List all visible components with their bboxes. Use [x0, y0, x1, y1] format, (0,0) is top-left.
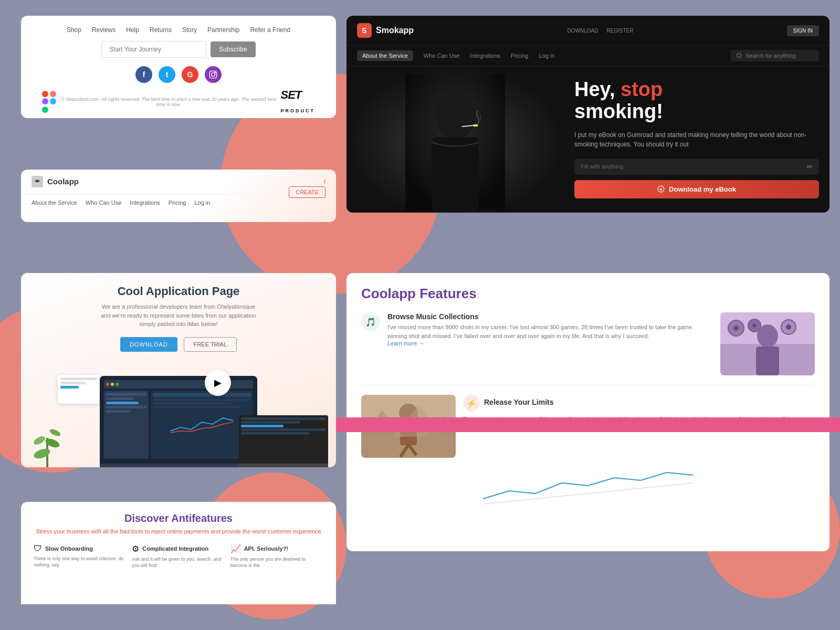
- monitor-screen: [100, 376, 257, 468]
- google-icon[interactable]: G: [182, 66, 198, 83]
- svg-point-30: [752, 323, 757, 328]
- antifeatures-title: Discover Antifeatures: [34, 512, 323, 524]
- antifeature-desc-3: The only person you are destined to beco…: [230, 556, 323, 569]
- svg-point-1: [212, 73, 215, 77]
- smokapp-headline: Hey, stopsmoking!: [574, 79, 819, 123]
- coolapp-nav-about[interactable]: About the Service: [32, 200, 77, 206]
- smokapp-logo-icon: S: [357, 23, 372, 38]
- coolapp-features-card: Coolapp Features 🎵 Browse Music Collecti…: [346, 273, 830, 551]
- smokapp-headline-red: stop: [621, 78, 663, 100]
- app-mockup: ▶: [21, 359, 336, 468]
- nav-links: Shop Reviews Help Returns Story Partners…: [37, 26, 320, 34]
- smokapp-search: [731, 50, 819, 61]
- smokapp-description: I put my eBook on Gumroad and started ma…: [574, 130, 819, 149]
- laptop-illustration: [239, 415, 328, 468]
- smokapp-content: Hey, stopsmoking! I put my eBook on Gumr…: [346, 66, 830, 213]
- feature-music-learn-more[interactable]: Learn more →: [387, 340, 713, 346]
- copyright-text: © Setproduct.com. All rights reserved. T…: [57, 97, 281, 107]
- smokapp-download-link[interactable]: DOWNLOAD: [567, 28, 598, 34]
- nav-refer[interactable]: Refer a Friend: [250, 26, 290, 34]
- svg-rect-26: [756, 346, 779, 375]
- nav-reviews[interactable]: Reviews: [92, 26, 116, 34]
- coolapp-nav-login[interactable]: Log in: [194, 200, 210, 206]
- smokapp-fill-label: Fill with anything: [581, 163, 623, 170]
- coolapp-logo-icon: ✏: [32, 176, 43, 187]
- antifeatures-list: 🛡 Slow Onboarding There is only one way …: [34, 544, 323, 569]
- feature-music-content: Browse Music Collections I've missed mor…: [387, 312, 713, 346]
- svg-line-4: [740, 57, 741, 58]
- bottom-chart: [361, 467, 815, 511]
- ui-grid: Shop Reviews Help Returns Story Partners…: [0, 0, 840, 630]
- twitter-icon[interactable]: t: [159, 66, 175, 83]
- smokapp-nav-pricing[interactable]: Pricing: [511, 52, 529, 59]
- social-icons: f t G: [37, 66, 320, 83]
- coolapp-logo: ✏ Coolapp: [32, 176, 79, 187]
- smokapp-hero-image: [346, 66, 564, 213]
- instagram-icon[interactable]: [205, 66, 222, 83]
- chart-icon: 📈: [230, 544, 241, 554]
- svg-rect-9: [474, 124, 478, 127]
- plant-illustration: [32, 412, 58, 468]
- svg-rect-7: [432, 137, 479, 211]
- floating-card-1: [58, 375, 100, 404]
- coolapp-create-button[interactable]: CREATE: [289, 186, 326, 198]
- limits-icon: ⚡: [463, 395, 480, 412]
- subscribe-button[interactable]: Subscribe: [211, 41, 255, 57]
- svg-point-15: [33, 434, 47, 446]
- smokapp-nav-about[interactable]: About the Service: [357, 50, 413, 61]
- coolapp-features-title: Coolapp Features: [361, 286, 815, 302]
- antifeature-title-2: Complicated Integration: [142, 545, 208, 552]
- smokapp-nav-login[interactable]: Log in: [539, 52, 554, 59]
- svg-point-16: [49, 427, 61, 437]
- antifeatures-subtitle: Stress your business with all the bad to…: [34, 528, 323, 536]
- nav-story[interactable]: Story: [182, 26, 197, 34]
- nav-partnership[interactable]: Partnership: [207, 26, 239, 34]
- feature-music-title: Browse Music Collections: [387, 312, 713, 321]
- smokapp-download-button[interactable]: Download my eBook: [574, 180, 819, 198]
- feature-music: 🎵 Browse Music Collections I've missed m…: [361, 312, 815, 375]
- edit-icon: ✏: [807, 163, 813, 171]
- smokapp-nav-links: About the Service Who Can Use Integratio…: [357, 50, 554, 61]
- smokapp-text-content: Hey, stopsmoking! I put my eBook on Gumr…: [564, 66, 830, 213]
- gear-icon: ⚙: [132, 544, 139, 554]
- nav-returns[interactable]: Returns: [150, 26, 172, 34]
- nav-help[interactable]: Help: [126, 26, 139, 34]
- smokapp-nav-integrations[interactable]: Integrations: [470, 52, 500, 59]
- app-freetrial-button[interactable]: FREE TRIAL: [184, 337, 237, 352]
- pink-ribbon: [336, 417, 840, 432]
- subscribe-input[interactable]: [101, 41, 206, 58]
- subscribe-card: Shop Reviews Help Returns Story Partners…: [21, 16, 336, 118]
- coolapp-social-link[interactable]: f: [324, 178, 326, 185]
- app-download-button[interactable]: DOWNLOAD: [120, 337, 177, 352]
- shield-icon: 🛡: [34, 544, 42, 553]
- coolapp-nav-pricing[interactable]: Pricing: [169, 200, 186, 206]
- feature-music-image: [720, 312, 815, 375]
- download-icon: [657, 185, 665, 193]
- setproduct-logo: SETPRODUCT: [281, 88, 316, 116]
- coolapp-nav-integrations[interactable]: Integrations: [130, 200, 160, 206]
- subscribe-form: Subscribe: [37, 41, 320, 58]
- svg-point-2: [215, 72, 215, 73]
- smokapp-header-links: DOWNLOAD REGISTER: [567, 28, 633, 34]
- antifeature-api: 📈 API. Seriously?! The only person you a…: [230, 544, 323, 569]
- smokapp-search-input[interactable]: [746, 52, 814, 59]
- play-button-icon[interactable]: ▶: [205, 370, 231, 396]
- app-page-buttons: DOWNLOAD FREE TRIAL: [21, 337, 336, 352]
- smokapp-logo: S Smokapp: [357, 23, 414, 38]
- music-icon: 🎵: [361, 312, 380, 331]
- figma-logo: [42, 91, 57, 113]
- coolapp-nav-who[interactable]: Who Can Use: [86, 200, 121, 206]
- app-page-subtitle: We are a professional developers team fr…: [100, 302, 257, 329]
- smokapp-nav-who[interactable]: Who Can Use: [424, 52, 459, 59]
- smokapp-fill-input[interactable]: Fill with anything ✏: [574, 159, 819, 175]
- feature-music-desc: I've missed more than 9000 shots in my c…: [387, 323, 713, 340]
- facebook-icon[interactable]: f: [135, 66, 152, 83]
- antifeatures-card: Discover Antifeatures Stress your busine…: [21, 502, 336, 604]
- smokapp-register-link[interactable]: REGISTER: [606, 28, 633, 34]
- antifeature-desc-1: There is only one way to avoid criticism…: [34, 555, 127, 569]
- antifeature-title-1: Slow Onboarding: [45, 545, 93, 552]
- nav-shop[interactable]: Shop: [67, 26, 81, 34]
- svg-rect-0: [209, 71, 216, 78]
- smokapp-card: S Smokapp DOWNLOAD REGISTER SIGN IN Abou…: [346, 16, 830, 213]
- smokapp-sign-in-button[interactable]: SIGN IN: [787, 25, 819, 36]
